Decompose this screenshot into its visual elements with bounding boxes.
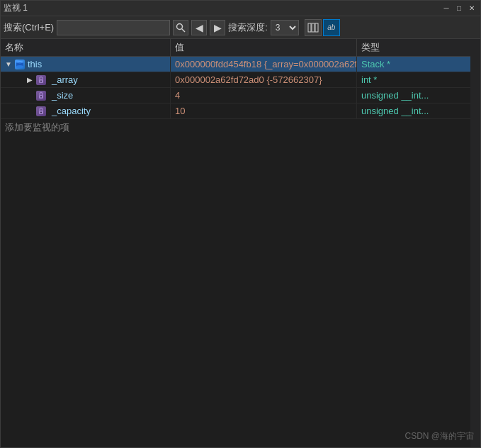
minimize-button[interactable]: ─ bbox=[441, 3, 452, 14]
search-input[interactable] bbox=[57, 20, 170, 35]
var-name-capacity: _capacity bbox=[52, 106, 91, 116]
svg-rect-4 bbox=[315, 23, 318, 32]
regex-icon: ab bbox=[327, 23, 335, 31]
forward-button[interactable]: ▶ bbox=[210, 20, 225, 35]
back-button[interactable]: ◀ bbox=[191, 20, 207, 35]
name-cell-array: ▶ _array bbox=[1, 72, 171, 87]
lock-icon-2 bbox=[37, 91, 45, 100]
columns-button[interactable] bbox=[305, 19, 322, 36]
add-watch-row[interactable]: 添加要监视的项 bbox=[1, 119, 470, 136]
window-title: 监视 1 bbox=[4, 2, 28, 14]
var-name-size: _size bbox=[52, 90, 73, 101]
type-cell-this: Stack * bbox=[357, 57, 470, 72]
search-label: 搜索(Ctrl+E) bbox=[4, 21, 54, 34]
add-watch-label: 添加要监视的项 bbox=[5, 121, 69, 134]
title-bar-controls: ─ □ ✕ bbox=[441, 3, 477, 14]
type-cell-size: unsigned __int... bbox=[357, 88, 470, 103]
main-content: 名称 值 类型 ▼ this bbox=[1, 39, 480, 447]
type-cell-array: int * bbox=[357, 72, 470, 87]
svg-point-0 bbox=[177, 23, 183, 29]
value-cell-size: 4 bbox=[171, 88, 357, 103]
watermark: CSDN @海的宇宙 bbox=[404, 430, 474, 442]
svg-rect-2 bbox=[308, 23, 311, 32]
search-icon bbox=[176, 23, 186, 33]
svg-point-11 bbox=[40, 96, 42, 97]
table-header: 名称 值 类型 bbox=[1, 39, 470, 57]
table-row[interactable]: ▼ this 0x000000fdd454fb18 {_array=0x0000… bbox=[1, 57, 470, 72]
name-cell-size: _size bbox=[1, 88, 171, 103]
value-cell-this: 0x000000fdd454fb18 {_array=0x000002a62fd… bbox=[171, 57, 357, 72]
columns-icon bbox=[307, 22, 319, 33]
db-icon bbox=[16, 60, 24, 69]
back-icon: ◀ bbox=[196, 22, 203, 33]
close-button[interactable]: ✕ bbox=[466, 3, 477, 14]
type-cell-capacity: unsigned __int... bbox=[357, 103, 470, 118]
svg-rect-3 bbox=[312, 23, 315, 32]
watch-window: 监视 1 ─ □ ✕ 搜索(Ctrl+E) ◀ ▶ 搜索深度: 3 1 2 4 bbox=[0, 0, 481, 448]
svg-line-1 bbox=[182, 28, 186, 32]
header-value: 值 bbox=[171, 39, 357, 56]
forward-icon: ▶ bbox=[214, 22, 222, 33]
depth-label: 搜索深度: bbox=[228, 21, 268, 34]
scrollbar[interactable] bbox=[470, 39, 480, 447]
value-cell-array: 0x000002a62fd72ad0 {-572662307} bbox=[171, 72, 357, 87]
var-name-this: this bbox=[28, 59, 42, 69]
maximize-button[interactable]: □ bbox=[453, 3, 465, 14]
name-cell-capacity: _capacity bbox=[1, 103, 171, 118]
svg-point-7 bbox=[16, 65, 23, 68]
depth-select[interactable]: 3 1 2 4 5 bbox=[271, 20, 299, 35]
icon-array bbox=[36, 75, 46, 85]
icon-capacity bbox=[36, 106, 46, 116]
toolbar-right-buttons: ab bbox=[305, 19, 340, 36]
table-row[interactable]: ▶ _array 0x000002a62fd72ad0 {-572662307}… bbox=[1, 72, 470, 88]
value-cell-capacity: 10 bbox=[171, 103, 357, 118]
title-bar: 监视 1 ─ □ ✕ bbox=[1, 1, 480, 16]
table-row[interactable]: _size 4 unsigned __int... bbox=[1, 88, 470, 103]
icon-size bbox=[36, 91, 46, 101]
icon-this bbox=[15, 60, 25, 69]
lock-icon bbox=[37, 76, 45, 84]
svg-point-9 bbox=[40, 80, 42, 82]
var-name-array: _array bbox=[52, 74, 78, 85]
lock-icon-3 bbox=[37, 107, 45, 116]
toolbar: 搜索(Ctrl+E) ◀ ▶ 搜索深度: 3 1 2 4 5 bbox=[1, 16, 480, 39]
expand-arrow-array[interactable]: ▶ bbox=[26, 77, 33, 84]
header-name: 名称 bbox=[1, 39, 171, 56]
regex-button[interactable]: ab bbox=[323, 19, 340, 36]
header-type: 类型 bbox=[357, 39, 470, 56]
name-cell-this: ▼ this bbox=[1, 57, 171, 72]
search-button[interactable] bbox=[173, 20, 188, 35]
table-wrapper: 名称 值 类型 ▼ this bbox=[1, 39, 470, 447]
svg-point-13 bbox=[40, 111, 42, 113]
table-row[interactable]: _capacity 10 unsigned __int... bbox=[1, 103, 470, 119]
title-bar-left: 监视 1 bbox=[4, 2, 28, 14]
expand-arrow-this[interactable]: ▼ bbox=[5, 61, 12, 68]
